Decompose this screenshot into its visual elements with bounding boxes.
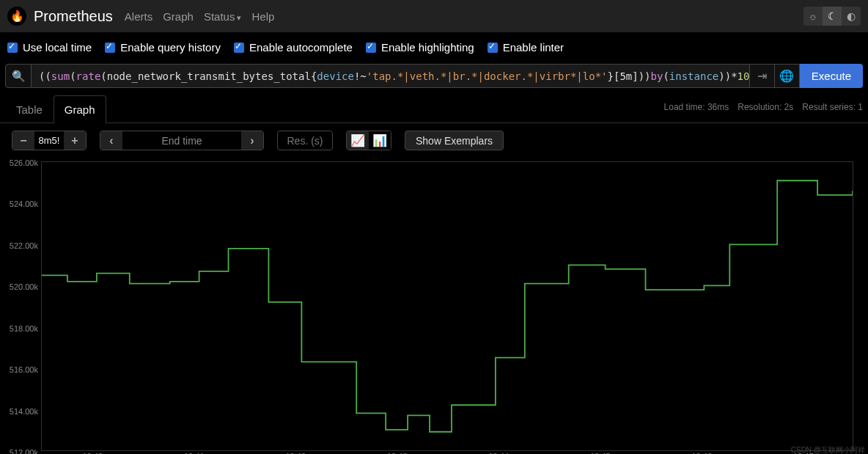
option-linter[interactable]: Enable linter xyxy=(488,41,564,54)
checkbox-icon xyxy=(7,43,18,53)
stat-load-time: Load time: 36ms xyxy=(664,102,729,112)
metrics-explorer-icon[interactable]: 🔍 xyxy=(5,64,32,88)
y-tick: 520.00k xyxy=(9,282,38,291)
range-input[interactable] xyxy=(34,131,64,150)
y-tick: 518.00k xyxy=(9,324,38,333)
time-prev-icon[interactable]: ‹ xyxy=(100,131,122,150)
nav-help[interactable]: Help xyxy=(251,10,274,23)
range-decrease-icon[interactable]: − xyxy=(12,131,34,150)
graph-type-group: 📈 📊 xyxy=(346,131,391,150)
theme-light-icon[interactable]: ☼ xyxy=(803,7,823,26)
checkbox-icon xyxy=(488,43,498,53)
option-local-time[interactable]: Use local time xyxy=(7,41,92,54)
globe-icon[interactable]: 🌐 xyxy=(775,64,800,88)
tab-table[interactable]: Table xyxy=(5,95,54,123)
nav-alerts[interactable]: Alerts xyxy=(125,10,152,23)
brand-title: Prometheus xyxy=(34,8,113,25)
option-autocomplete[interactable]: Enable autocomplete xyxy=(234,41,353,54)
endtime-input[interactable] xyxy=(122,131,241,150)
theme-auto-icon[interactable]: ◐ xyxy=(842,7,861,26)
format-icon[interactable]: ⇥ xyxy=(750,64,775,88)
endtime-group: ‹ › xyxy=(100,131,264,150)
tabs-row: Table Graph Load time: 36ms Resolution: … xyxy=(0,88,868,123)
checkbox-icon xyxy=(366,43,376,53)
y-tick: 522.00k xyxy=(9,241,38,250)
theme-toggles: ☼ ☾ ◐ xyxy=(803,7,861,26)
range-group: − + xyxy=(12,131,87,150)
stacked-chart-icon[interactable]: 📊 xyxy=(369,131,391,150)
brand-wrap: 🔥 Prometheus xyxy=(7,7,113,26)
watermark: CSDN @互联网小阿祥 xyxy=(791,445,865,454)
chart: 526.00k524.00k522.00k520.00k518.00k516.0… xyxy=(0,158,868,454)
nav-graph[interactable]: Graph xyxy=(163,10,194,23)
nav-status[interactable]: Status xyxy=(204,10,242,23)
y-tick: 526.00k xyxy=(9,158,38,167)
y-tick: 516.00k xyxy=(9,365,38,374)
navbar: 🔥 Prometheus Alerts Graph Status Help ☼ … xyxy=(0,0,868,32)
y-tick: 512.00k xyxy=(9,448,38,454)
tab-graph[interactable]: Graph xyxy=(54,95,106,123)
y-tick: 514.00k xyxy=(9,407,38,416)
query-row: 🔍 (( sum ( rate ( node_network_transmit_… xyxy=(0,64,868,88)
line-chart-icon[interactable]: 📈 xyxy=(347,131,369,150)
time-next-icon[interactable]: › xyxy=(241,131,263,150)
option-highlighting[interactable]: Enable highlighting xyxy=(366,41,474,54)
stat-series: Result series: 1 xyxy=(802,102,863,112)
stat-resolution: Resolution: 2s xyxy=(738,102,793,112)
range-increase-icon[interactable]: + xyxy=(64,131,86,150)
resolution-input[interactable] xyxy=(277,131,333,150)
graph-controls: − + ‹ › 📈 📊 Show Exemplars xyxy=(0,123,868,158)
checkbox-icon xyxy=(105,43,115,53)
query-input[interactable]: (( sum ( rate ( node_network_transmit_by… xyxy=(32,64,750,88)
y-tick: 524.00k xyxy=(9,199,38,208)
show-exemplars-button[interactable]: Show Exemplars xyxy=(405,131,504,150)
nav-links: Alerts Graph Status Help xyxy=(125,10,275,23)
checkbox-icon xyxy=(234,43,244,53)
theme-dark-icon[interactable]: ☾ xyxy=(823,7,842,26)
option-query-history[interactable]: Enable query history xyxy=(105,41,221,54)
plot-area[interactable]: 526.00k524.00k522.00k520.00k518.00k516.0… xyxy=(41,161,853,451)
options-row: Use local time Enable query history Enab… xyxy=(0,32,868,64)
execute-button[interactable]: Execute xyxy=(800,64,863,88)
chart-line xyxy=(42,162,853,450)
query-stats: Load time: 36ms Resolution: 2s Result se… xyxy=(664,102,863,117)
logo-icon: 🔥 xyxy=(7,7,26,26)
